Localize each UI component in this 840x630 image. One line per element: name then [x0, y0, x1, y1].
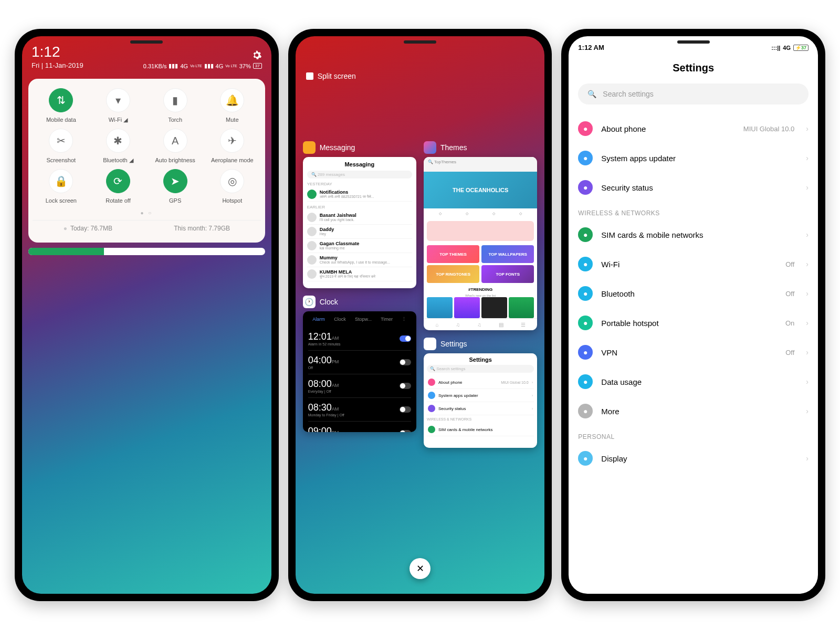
set-section: WIRELESS & NETWORKS — [427, 417, 534, 421]
close-all-button[interactable]: ✕ — [410, 558, 430, 579]
alarm-time: 08:30AM — [308, 402, 344, 413]
alarm-time: 12:01AM — [308, 331, 341, 342]
msg-name: KUMBH MELA — [320, 269, 375, 275]
settings-row-label: More — [601, 407, 797, 416]
msg-row: DaddyHey — [307, 225, 412, 239]
toggle-auto-brightness[interactable]: AAuto brightness — [146, 129, 204, 164]
settings-row-icon: ● — [578, 227, 593, 242]
toggle-icon: ⇅ — [49, 88, 73, 112]
recent-app-settings[interactable]: ⚙ Settings Settings 🔍 Search settings Ab… — [424, 338, 537, 448]
msg-preview: kal morning me — [320, 246, 360, 250]
toggle-label: Aeroplane mode — [211, 157, 254, 163]
settings-card-title: Settings — [440, 340, 467, 348]
toggle-label: Screenshot — [47, 157, 76, 163]
toggle-wi-fi[interactable]: ▾Wi-Fi ◢ — [90, 88, 147, 123]
themes-bottom-nav: ⌂♫♫▤☰ — [424, 318, 537, 330]
section-wireless: WIRELESS & NETWORKS — [569, 202, 818, 220]
clock-time: 1:12 — [32, 44, 83, 60]
toggle-gps[interactable]: ➤GPS — [146, 169, 204, 204]
split-screen-button[interactable]: Split screen — [306, 72, 356, 80]
data-dot-icon: ● — [64, 225, 67, 232]
msg-preview: Check out WhatsApp, I use it to message.… — [320, 260, 390, 264]
msg-avatar-icon — [307, 213, 317, 222]
signal-icon-2: ▮▮▮ — [204, 62, 214, 69]
settings-row-icon: ● — [578, 316, 593, 330]
settings-row-system-apps-updater[interactable]: ●System apps updater› — [569, 143, 818, 173]
settings-row-icon: ● — [578, 151, 593, 165]
themes-title: Themes — [440, 143, 467, 152]
search-input[interactable]: 🔍 Search settings — [578, 83, 808, 104]
toggle-bluetooth[interactable]: ✱Bluetooth ◢ — [90, 129, 147, 164]
alarm-sub: Monday to Friday | Off — [308, 413, 344, 417]
settings-row-sim-cards-mobile-networks[interactable]: ●SIM cards & mobile networks› — [569, 220, 818, 249]
split-screen-label: Split screen — [318, 72, 356, 80]
msg-name: Basant Jaishwal — [320, 213, 356, 218]
set-row: System apps updater› — [427, 389, 534, 402]
data-usage-row[interactable]: ●Today: 76.7MB This month: 7.79GB — [33, 220, 261, 236]
toggle-rotate-off[interactable]: ⟳Rotate off — [90, 169, 147, 204]
settings-row-icon: ● — [578, 404, 593, 418]
msg-header: Messaging — [307, 161, 412, 167]
chevron-right-icon: › — [806, 407, 808, 415]
msg-avatar-icon — [307, 255, 317, 265]
notch — [404, 40, 436, 44]
settings-app-icon: ⚙ — [424, 338, 436, 350]
alarm-time: 08:00AM — [308, 379, 339, 390]
toggle-icon: A — [163, 129, 187, 153]
msg-section-earlier: EARLIER — [307, 205, 412, 209]
page-indicator: ● ○ — [33, 210, 261, 216]
theme-tile: TOP RINGTONES — [427, 265, 479, 283]
settings-row-security-status[interactable]: ●Security status› — [569, 173, 818, 202]
toggle-hotspot[interactable]: ◎Hotspot — [204, 169, 261, 204]
net-4g-2: 4G — [216, 63, 224, 69]
msg-name: Gagan Classmate — [320, 241, 360, 246]
settings-row-about-phone[interactable]: ●About phoneMIUI Global 10.0› — [569, 114, 818, 143]
toggle-torch[interactable]: ▮Torch — [146, 88, 204, 123]
set-search: 🔍 Search settings — [427, 365, 534, 373]
recent-app-messaging[interactable]: Messaging Messaging 🔍 289 messages YESTE… — [303, 141, 416, 288]
alarm-row: 08:00AMEveryday | Off — [308, 374, 411, 398]
recent-app-clock[interactable]: 🕐 Clock AlarmClockStopw...Timer⋮ 12:01AM… — [303, 296, 416, 432]
chevron-right-icon: › — [806, 319, 808, 327]
date: Fri | 11-Jan-2019 — [32, 61, 83, 69]
theme-tile: TOP WALLPAPERS — [481, 245, 534, 263]
toggle-screenshot[interactable]: ✂Screenshot — [33, 129, 90, 164]
settings-row-icon: ● — [578, 345, 593, 360]
chevron-right-icon: › — [806, 154, 808, 162]
brightness-slider[interactable] — [28, 248, 265, 255]
toggle-icon: ▾ — [106, 88, 130, 112]
msg-preview: कुंभ 2019 में आने के लिए यहा रजिस्टर करे — [320, 275, 375, 279]
toggle-label: Wi-Fi ◢ — [109, 117, 128, 123]
toggle-aeroplane-mode[interactable]: ✈Aeroplane mode — [204, 129, 261, 164]
toggle-icon: ➤ — [163, 169, 187, 193]
toggle-label: Torch — [168, 117, 182, 123]
recent-app-themes[interactable]: Themes 🔍 TopThemes THE OCEANHOLICS ◇◇◇◇ … — [424, 141, 537, 330]
toggle-mute[interactable]: 🔔Mute — [204, 88, 261, 123]
theme-tile: TOP THEMES — [427, 245, 479, 263]
settings-row-data-usage[interactable]: ●Data usage› — [569, 367, 818, 396]
toggle-lock-screen[interactable]: 🔒Lock screen — [33, 169, 90, 204]
set-icon — [428, 392, 435, 399]
toggle-mobile-data[interactable]: ⇅Mobile data — [33, 88, 90, 123]
net-speed: 0.31KB/s — [143, 63, 167, 69]
msg-avatar-icon — [307, 227, 317, 236]
notch — [677, 40, 710, 44]
settings-row-more[interactable]: ●More› — [569, 396, 818, 426]
settings-row-value: On — [785, 319, 794, 327]
set-label: About phone — [438, 380, 462, 385]
msg-search: 🔍 289 messages — [307, 171, 412, 178]
settings-row-portable-hotspot[interactable]: ●Portable hotspotOn› — [569, 308, 818, 338]
settings-gear-icon[interactable] — [251, 50, 262, 60]
toggle-icon: ✈ — [220, 129, 244, 153]
settings-row-wi-fi[interactable]: ●Wi-FiOff› — [569, 249, 818, 279]
toggle-label: Mobile data — [46, 117, 76, 123]
settings-row-bluetooth[interactable]: ●BluetoothOff› — [569, 279, 818, 308]
settings-row-display[interactable]: ●Display› — [569, 444, 818, 473]
settings-row-icon: ● — [578, 257, 593, 271]
settings-row-vpn[interactable]: ●VPNOff› — [569, 338, 818, 367]
alarm-sub: Alarm in 52 minutes — [308, 342, 341, 346]
toggle-icon: ◎ — [220, 169, 244, 193]
clock-menu-icon: ⋮ — [402, 317, 406, 322]
chevron-icon: › — [532, 380, 533, 385]
volte-2: Vo LTE — [225, 64, 237, 68]
